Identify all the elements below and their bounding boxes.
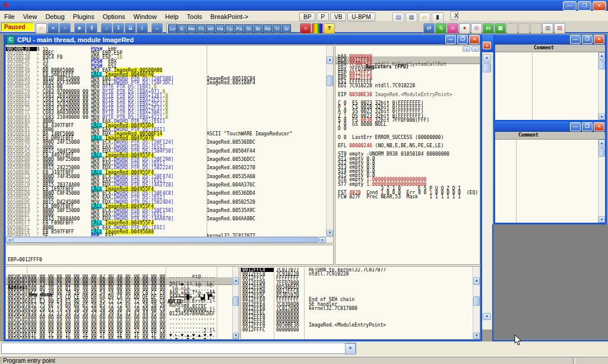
command-input[interactable]: [2, 343, 345, 353]
stack-comment: [306, 285, 473, 289]
titlebar[interactable]: ✳ — ❐ ×: [0, 0, 608, 11]
dump-vscrollbar[interactable]: ▲ ▼: [232, 267, 239, 339]
disasm-row[interactable]: 0050BE3E. 53PUSH EBX: [6, 59, 326, 64]
scroll-down-icon[interactable]: ▼: [598, 216, 605, 223]
restart-icon[interactable]: «: [48, 23, 59, 34]
register-line[interactable]: O 0 LastErr ERROR_SUCCESS (00000000): [338, 135, 479, 140]
chevron-down-icon[interactable]: ▼: [345, 343, 356, 354]
scroll-up-icon[interactable]: ▲: [327, 56, 333, 64]
sort-icon[interactable]: ⇅: [435, 23, 446, 34]
hidden-window-scrollbar[interactable]: ▲ ▼: [483, 54, 491, 328]
pause-icon[interactable]: ‖: [86, 23, 97, 34]
settings-icon[interactable]: ☼: [300, 23, 311, 34]
scroll-down-icon[interactable]: ▼: [233, 333, 239, 339]
dump-row[interactable]: 0050C0F01E 00 1F 00 1E 00 1F 00 1F 00 1D…: [6, 337, 232, 339]
menu-button-ubpm[interactable]: U-BPM: [347, 12, 375, 21]
stack-row[interactable]: 0012FFFC00000000: [241, 328, 473, 332]
window-button-me[interactable]: Me: [187, 24, 196, 34]
scroll-down-icon[interactable]: ▼: [483, 313, 491, 320]
scroll-down-icon[interactable]: ▼: [327, 230, 333, 236]
window-button-wi[interactable]: Wi: [206, 24, 215, 34]
scroll-left-icon[interactable]: ◄: [6, 237, 12, 243]
blank-button[interactable]: [506, 23, 518, 34]
menu-button-vb[interactable]: VB: [330, 12, 346, 21]
terminate-icon[interactable]: ×: [59, 23, 71, 34]
breakpoint-icon[interactable]: ●: [459, 23, 470, 34]
window-button-cp[interactable]: Cp: [225, 24, 234, 34]
minimize-button[interactable]: —: [563, 1, 577, 11]
window-button-e[interactable]: E: [178, 24, 186, 34]
trace-over-icon[interactable]: ⇃: [137, 23, 148, 34]
close-button[interactable]: ×: [594, 122, 604, 131]
step-over-icon[interactable]: ↧: [113, 23, 124, 34]
minimize-button[interactable]: —: [570, 122, 581, 131]
help-icon[interactable]: ?: [324, 23, 335, 34]
appearance-icon[interactable]: [312, 23, 323, 34]
registers-prev-icon[interactable]: ‹: [463, 46, 470, 52]
register-line[interactable]: EIP 0050BE38 ImageRed.<ModuleEntryPoint>: [338, 93, 479, 97]
close-button[interactable]: ×: [594, 35, 604, 44]
window-button-sr[interactable]: Sr: [282, 24, 291, 34]
menu-close-button[interactable]: X: [450, 11, 458, 20]
blank-button[interactable]: [518, 23, 530, 34]
highlight-icon[interactable]: A: [447, 23, 458, 34]
scroll-right-icon[interactable]: ►: [319, 237, 326, 243]
window-button-re[interactable]: Re: [263, 24, 272, 34]
cpu-restore-button[interactable]: ❐: [457, 35, 468, 44]
maximize-button[interactable]: ❐: [582, 35, 593, 44]
side-window-1-titlebar[interactable]: — ❐ ×: [495, 34, 606, 45]
open-icon[interactable]: ▱: [36, 23, 47, 34]
scroll-down-icon[interactable]: ▼: [473, 333, 480, 339]
window-icon[interactable]: ▦: [495, 23, 506, 34]
scroll-up-icon[interactable]: ▲: [473, 277, 480, 285]
cpu-window-titlebar[interactable]: C CPU - main thread, module ImageRed — ❐…: [5, 34, 481, 45]
register-line[interactable]: D 0: [338, 126, 479, 131]
register-line[interactable]: EFL 00000246 (NO,NB,E,BE,NS,PE,GE,LE): [338, 144, 479, 148]
comment-column-header[interactable]: Comment: [518, 132, 539, 139]
spiral-icon[interactable]: ◎: [471, 23, 482, 34]
menu-button-bp[interactable]: BP: [299, 12, 315, 21]
close-button[interactable]: ×: [593, 1, 606, 11]
menu-button-p[interactable]: P: [316, 12, 329, 21]
disassembly-vscrollbar[interactable]: ▲ ▼: [326, 46, 333, 236]
blank-button[interactable]: [530, 23, 542, 34]
disasm-row[interactable]: 0050BEFE. E8 8597F8FFCALL ImageRed.00495…: [6, 230, 326, 234]
maximize-button[interactable]: ❐: [578, 1, 591, 11]
scroll-up-icon[interactable]: ▲: [233, 277, 239, 285]
run-icon[interactable]: ►: [74, 23, 86, 34]
register-line[interactable]: FCW 027F Prec NEAR,53 Mask 1 1 1 1 1 1: [338, 195, 479, 199]
layout-icon[interactable]: ▥: [542, 23, 553, 34]
window-button-st[interactable]: St: [244, 24, 253, 34]
comment-column-header[interactable]: Comment: [534, 45, 554, 52]
cpu-close-button[interactable]: ×: [469, 35, 480, 44]
binary-icon[interactable]: 01: [483, 23, 494, 34]
window-button-ha[interactable]: Ha: [216, 24, 224, 34]
window-button-tr[interactable]: Tr: [273, 24, 281, 34]
registers-next-icon[interactable]: ‹: [471, 46, 479, 52]
side-window-2-titlebar[interactable]: — ❐ ×: [495, 122, 606, 132]
execute-till-return-icon[interactable]: →: [151, 23, 163, 34]
window-button-th[interactable]: Th: [197, 24, 205, 34]
cpu-minimize-button[interactable]: —: [445, 35, 456, 44]
scroll-up-icon[interactable]: ▲: [598, 140, 605, 147]
step-into-icon[interactable]: ↓: [101, 23, 112, 34]
scroll-up-icon[interactable]: ▲: [598, 52, 605, 60]
hidden-window-close-button[interactable]: ×: [483, 42, 491, 49]
minimize-button[interactable]: —: [570, 35, 581, 44]
side-window-1-scrollbar[interactable]: ▲ ▼: [598, 52, 605, 120]
disassembly-hscrollbar[interactable]: ◄ ►: [6, 236, 333, 243]
disasm-row[interactable]: 0050BE3B. 83C4 F0ADD ESP,-10: [6, 55, 326, 59]
scroll-down-icon[interactable]: ▼: [598, 113, 605, 120]
register-line[interactable]: T 0 GS 0000 NULL: [338, 122, 479, 126]
side-window-2-scrollbar[interactable]: ▲ ▼: [598, 140, 605, 223]
sync-icon[interactable]: ⇄: [423, 23, 435, 34]
log-icon[interactable]: ▤: [554, 23, 565, 34]
maximize-button[interactable]: ❐: [582, 122, 593, 131]
window-button-ln[interactable]: Ln: [168, 24, 177, 34]
window-button-br[interactable]: Br: [254, 24, 262, 34]
register-line[interactable]: EDI 7C910228 ntdll.7C910228: [338, 84, 479, 88]
window-button-pa[interactable]: Pa: [235, 24, 243, 34]
command-combobox[interactable]: ▼: [1, 343, 356, 354]
stack-vscrollbar[interactable]: ▲ ▼: [473, 267, 480, 339]
trace-into-icon[interactable]: ⇊: [125, 23, 136, 34]
